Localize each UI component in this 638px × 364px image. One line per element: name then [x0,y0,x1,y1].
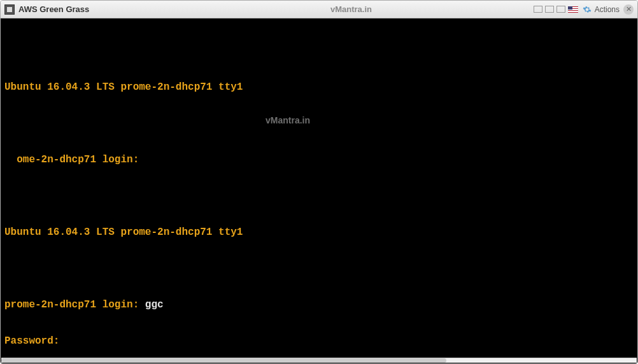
login-user-input: ggc [145,299,164,311]
password-label: Password: [4,335,634,347]
terminal[interactable]: Ubuntu 16.04.3 LTS prome-2n-dhcp71 tty1 … [1,18,637,363]
titlebar: AWS Green Grass vMantra.in Actions ✕ [1,1,637,18]
titlebar-watermark: vMantra.in [330,4,372,14]
app-icon [4,4,15,15]
titlebar-right: Actions ✕ [534,3,634,16]
login-line: prome-2n-dhcp71 login: ggc [4,299,634,311]
actions-label: Actions [595,5,620,14]
keyboard-flag-icon[interactable] [568,6,578,13]
boot-banner: Ubuntu 16.04.3 LTS prome-2n-dhcp71 tty1 [4,227,634,239]
layout-icon-2[interactable] [545,6,554,13]
login-prompt-text: prome-2n-dhcp71 login: [4,299,145,311]
blank-line [4,118,634,130]
boot-banner: Ubuntu 16.04.3 LTS prome-2n-dhcp71 tty1 [4,81,634,94]
blank-line [4,190,634,202]
layout-icon-1[interactable] [534,6,542,13]
actions-button[interactable]: Actions [581,3,621,16]
layout-icon-3[interactable] [556,6,565,13]
scrollbar-thumb[interactable] [1,358,446,363]
window-title: AWS Green Grass [18,4,89,14]
horizontal-scrollbar[interactable] [1,358,637,363]
blank-line [4,263,634,275]
gear-icon [582,4,592,15]
blank-line [4,45,634,57]
window: AWS Green Grass vMantra.in Actions ✕ Ubu… [0,0,638,364]
login-prompt: ome-2n-dhcp71 login: [4,154,634,166]
close-button[interactable]: ✕ [623,4,634,15]
